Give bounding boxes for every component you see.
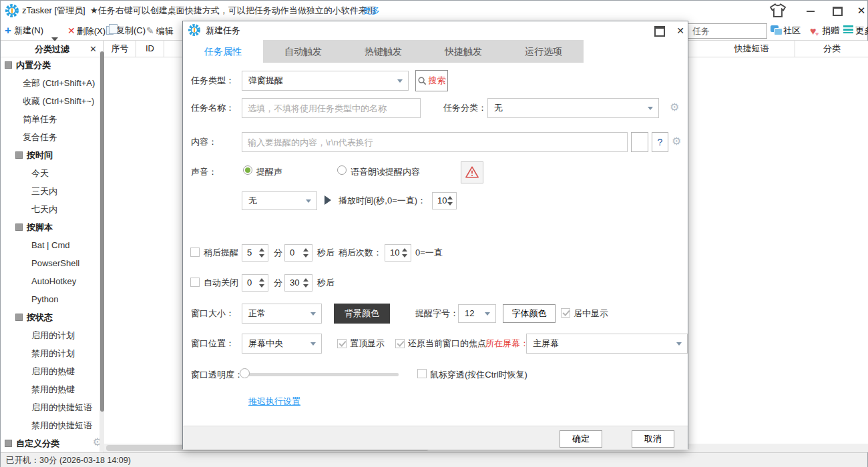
magnifier-icon xyxy=(418,77,427,85)
center-display-checkbox[interactable] xyxy=(561,308,570,318)
autoclose-seconds-spinner[interactable]: 30 xyxy=(284,274,312,292)
sound-tts-radio[interactable] xyxy=(337,165,347,175)
tip-more-link[interactable]: 更多 xyxy=(363,1,380,21)
auto-close-checkbox[interactable] xyxy=(190,278,200,287)
autoclose-minutes-spinner[interactable]: 0 xyxy=(242,274,268,292)
column-header-category[interactable]: 分类 xyxy=(795,41,868,57)
spinner-arrows[interactable] xyxy=(303,245,309,261)
tab-run-options[interactable]: 运行选项 xyxy=(503,40,584,63)
sidebar-item-enabled-hotkeys[interactable]: 启用的热键 xyxy=(1,362,99,380)
sidebar-item-all[interactable]: 全部 (Ctrl+Shift+A) xyxy=(1,74,99,92)
sidebar-group-by-status[interactable]: 按状态 xyxy=(1,308,99,326)
task-type-select[interactable]: 弹窗提醒 xyxy=(242,71,409,91)
restore-focus-checkbox[interactable] xyxy=(395,339,405,348)
tab-hotkey-trigger[interactable]: 热键触发 xyxy=(343,40,423,63)
sidebar-scrollbar-thumb[interactable] xyxy=(100,51,104,412)
font-color-button[interactable]: 字体颜色 xyxy=(503,304,556,323)
donate-button[interactable]: 捐赠 xyxy=(810,21,839,41)
later-count-spinner[interactable]: 10 xyxy=(385,244,411,262)
opacity-slider-track[interactable] xyxy=(244,373,399,376)
sidebar-scrollbar[interactable] xyxy=(99,51,104,452)
spinner-arrows[interactable] xyxy=(303,275,309,291)
content-settings-gear-icon[interactable] xyxy=(672,136,681,147)
delete-task-button[interactable]: 删除(X) xyxy=(67,21,105,41)
sidebar-item-bat-cmd[interactable]: Bat | Cmd xyxy=(1,236,99,254)
sidebar-item-today[interactable]: 今天 xyxy=(1,164,99,182)
content-dropdown-button[interactable] xyxy=(631,132,648,152)
tab-quick-trigger[interactable]: 快捷触发 xyxy=(423,40,503,63)
sidebar-item-enabled-phrases[interactable]: 启用的快捷短语 xyxy=(1,398,99,416)
sidebar-item-compound-tasks[interactable]: 复合任务 xyxy=(1,128,99,146)
screen-label: 所在屏幕： xyxy=(485,334,529,354)
remind-later-checkbox[interactable] xyxy=(190,248,200,257)
sound-warning-button[interactable] xyxy=(461,161,483,183)
sidebar-item-python[interactable]: Python xyxy=(1,290,99,308)
column-header-id[interactable]: ID xyxy=(136,41,164,57)
chevron-down-icon xyxy=(310,342,316,346)
ok-button[interactable]: 确定 xyxy=(560,430,602,448)
sound-file-select[interactable]: 无 xyxy=(242,191,317,210)
font-size-select[interactable]: 12 xyxy=(458,304,496,323)
play-time-spinner[interactable]: 10 xyxy=(432,192,457,209)
maximize-button[interactable] xyxy=(826,1,849,21)
mouse-through-checkbox[interactable] xyxy=(417,369,427,378)
later-seconds-spinner[interactable]: 0 xyxy=(284,244,312,262)
content-input[interactable] xyxy=(242,132,628,152)
window-size-select[interactable]: 正常 xyxy=(242,304,322,324)
edit-task-button[interactable]: 编辑 xyxy=(146,21,174,41)
new-task-dialog: 新建任务 任务属性 自动触发 热键触发 快捷触发 运行选项 任务类型： 弹窗提醒… xyxy=(182,21,688,449)
content-help-button[interactable]: ? xyxy=(652,132,668,152)
window-position-label: 窗口位置： xyxy=(191,334,234,354)
tab-task-properties[interactable]: 任务属性 xyxy=(183,40,263,63)
titlebar: zTasker [管理员] ★任务右键可以创建桌面快捷方式，可以把任务动作当做独… xyxy=(1,1,867,21)
sidebar-group-custom[interactable]: 自定义分类 xyxy=(1,434,99,452)
cancel-button[interactable]: 取消 xyxy=(632,430,674,448)
sidebar-item-favorites[interactable]: 收藏 (Ctrl+Shift+~) xyxy=(1,92,99,110)
chevron-down-icon xyxy=(676,342,682,346)
later-minutes-spinner[interactable]: 5 xyxy=(242,244,268,262)
play-sound-icon[interactable] xyxy=(324,195,331,205)
task-category-select[interactable]: 无 xyxy=(487,98,659,118)
sidebar-group-by-script[interactable]: 按脚本 xyxy=(1,218,99,236)
sidebar-item-3days[interactable]: 三天内 xyxy=(1,182,99,200)
community-button[interactable]: 社区 xyxy=(771,21,801,41)
sidebar-item-enabled-plans[interactable]: 启用的计划 xyxy=(1,326,99,344)
topmost-checkbox[interactable] xyxy=(337,339,347,348)
sidebar-item-disabled-phrases[interactable]: 禁用的快捷短语 xyxy=(1,416,99,434)
theme-skin-icon[interactable] xyxy=(769,3,787,18)
spinner-arrows[interactable] xyxy=(259,245,265,261)
minutes-unit-label: 分 xyxy=(274,244,282,262)
sidebar-item-7days[interactable]: 七天内 xyxy=(1,200,99,218)
tab-auto-trigger[interactable]: 自动触发 xyxy=(263,40,343,63)
category-settings-gear-icon[interactable] xyxy=(670,102,679,113)
close-button[interactable] xyxy=(850,1,868,21)
background-color-button[interactable]: 背景颜色 xyxy=(334,304,390,324)
spinner-arrows[interactable] xyxy=(259,275,265,291)
sidebar-item-simple-tasks[interactable]: 简单任务 xyxy=(1,110,99,128)
sidebar-item-autohotkey[interactable]: AutoHotkey xyxy=(1,272,99,290)
sound-alert-radio[interactable] xyxy=(243,165,252,175)
spinner-arrows[interactable] xyxy=(447,193,453,209)
delay-settings-link[interactable]: 推迟执行设置 xyxy=(248,396,300,408)
chevron-down-icon xyxy=(397,79,403,83)
column-header-phrase[interactable]: 快捷短语 xyxy=(708,41,795,57)
more-button[interactable]: 更多 xyxy=(843,21,868,41)
minimize-button[interactable] xyxy=(799,1,822,21)
task-name-input[interactable] xyxy=(242,98,421,118)
copy-task-button[interactable]: 复制(C) xyxy=(106,21,146,41)
sidebar-close-icon[interactable] xyxy=(89,41,97,57)
screen-select[interactable]: 主屏幕 xyxy=(526,334,688,354)
dialog-close-button[interactable] xyxy=(672,21,689,40)
sidebar-group-by-time[interactable]: 按时间 xyxy=(1,146,99,164)
new-task-button[interactable]: 新建(N) xyxy=(5,21,43,41)
spinner-arrows[interactable] xyxy=(402,245,408,261)
search-task-type-button[interactable]: 搜索 xyxy=(415,70,448,91)
dialog-maximize-button[interactable] xyxy=(650,21,669,40)
opacity-slider-thumb[interactable] xyxy=(240,368,250,378)
column-header-seq[interactable]: 序号 xyxy=(104,41,136,57)
sidebar-item-disabled-plans[interactable]: 禁用的计划 xyxy=(1,344,99,362)
window-position-select[interactable]: 屏幕中央 xyxy=(242,334,322,354)
sidebar-item-powershell[interactable]: PowserShell xyxy=(1,254,99,272)
sidebar-item-disabled-hotkeys[interactable]: 禁用的热键 xyxy=(1,380,99,398)
sidebar-group-builtin[interactable]: 内置分类 xyxy=(1,56,99,74)
